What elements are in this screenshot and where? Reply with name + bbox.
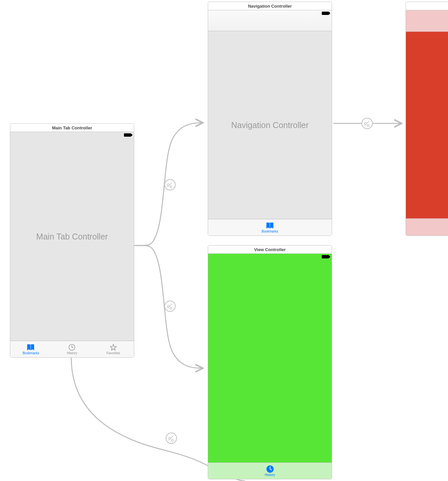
history-icon xyxy=(266,465,274,473)
scene-view-controller-green[interactable]: View Controller History xyxy=(208,245,332,479)
scene-title xyxy=(406,2,448,10)
tab-bar xyxy=(406,218,448,236)
scene-body: Navigation Controller xyxy=(208,31,332,219)
tab-label: Favorites xyxy=(106,351,120,355)
favorites-icon xyxy=(110,344,117,351)
bookmarks-icon xyxy=(266,222,274,229)
tab-label: History xyxy=(67,351,77,355)
scene-red-partial[interactable] xyxy=(406,2,448,236)
tab-bar: Bookmarks History Favorites xyxy=(10,341,134,357)
navigation-bar xyxy=(208,10,332,31)
svg-point-2 xyxy=(362,118,372,129)
scene-body xyxy=(406,32,448,218)
tab-bar: Bookmarks xyxy=(208,219,332,236)
tab-bar: History xyxy=(208,462,332,479)
tab-history[interactable]: History xyxy=(51,341,92,357)
tab-bookmarks[interactable]: Bookmarks xyxy=(208,219,332,236)
tab-label: Bookmarks xyxy=(23,351,39,355)
scene-navigation-controller[interactable]: Navigation Controller Navigation Control… xyxy=(208,2,332,236)
navigation-bar xyxy=(406,10,448,32)
tab-label: Bookmarks xyxy=(261,230,278,233)
bookmarks-icon xyxy=(27,344,35,351)
scene-main-tab-controller[interactable]: Main Tab Controller Main Tab Controller … xyxy=(10,123,134,358)
tab-label: History xyxy=(265,473,275,477)
history-icon xyxy=(68,344,76,351)
svg-point-0 xyxy=(165,179,175,190)
storyboard-canvas[interactable]: Main Tab Controller Main Tab Controller … xyxy=(0,0,448,481)
scene-body: Main Tab Controller xyxy=(10,132,134,341)
scene-body xyxy=(208,254,332,462)
scene-title: View Controller xyxy=(208,245,332,254)
scene-center-label: Main Tab Controller xyxy=(10,232,134,241)
scene-title: Navigation Controller xyxy=(208,2,332,10)
battery-icon xyxy=(322,12,329,15)
tab-favorites[interactable]: Favorites xyxy=(93,341,134,357)
tab-history[interactable]: History xyxy=(208,463,332,479)
svg-point-3 xyxy=(166,433,177,444)
battery-icon xyxy=(124,133,131,137)
tab-bookmarks[interactable]: Bookmarks xyxy=(10,341,51,357)
scene-title: Main Tab Controller xyxy=(10,124,134,132)
scene-center-label: Navigation Controller xyxy=(208,120,332,130)
battery-icon xyxy=(322,255,329,258)
svg-point-1 xyxy=(165,301,175,311)
